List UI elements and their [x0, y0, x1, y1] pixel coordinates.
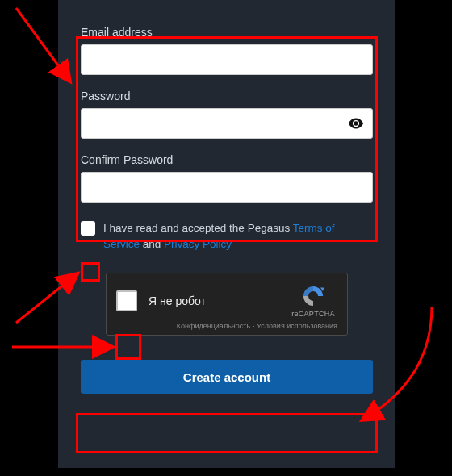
terms-prefix: I have read and accepted the Pegasus — [103, 222, 293, 234]
email-field-group: Email address — [81, 26, 373, 75]
email-label: Email address — [81, 26, 373, 39]
password-label: Password — [81, 90, 373, 102]
recaptcha-brand: reCAPTCHA — [291, 310, 335, 318]
confirm-password-label: Confirm Password — [81, 153, 373, 166]
recaptcha-checkbox[interactable] — [116, 290, 137, 311]
terms-checkbox[interactable] — [81, 221, 95, 236]
password-field-group: Password — [81, 90, 373, 139]
create-account-button[interactable]: Create account — [81, 360, 373, 394]
terms-and: and — [140, 238, 164, 250]
confirm-password-input[interactable] — [81, 172, 373, 203]
terms-row: I have read and accepted the Pegasus Ter… — [81, 220, 373, 252]
privacy-policy-link[interactable]: Privacy Policy — [164, 238, 232, 250]
signup-panel: Email address Password Confirm Password … — [58, 0, 396, 468]
recaptcha-logo: reCAPTCHA — [289, 284, 337, 318]
recaptcha-icon — [301, 284, 325, 308]
terms-text: I have read and accepted the Pegasus Ter… — [103, 220, 373, 252]
recaptcha-label: Я не робот — [149, 294, 278, 307]
email-input[interactable] — [81, 44, 373, 75]
confirm-password-field-group: Confirm Password — [81, 153, 373, 203]
recaptcha-footer: Конфиденциальность - Условия использован… — [116, 322, 337, 330]
recaptcha-widget: Я не робот reCAPTCHA Конфиденциальность … — [106, 273, 348, 336]
show-password-icon[interactable] — [347, 115, 365, 132]
password-input[interactable] — [81, 108, 373, 139]
